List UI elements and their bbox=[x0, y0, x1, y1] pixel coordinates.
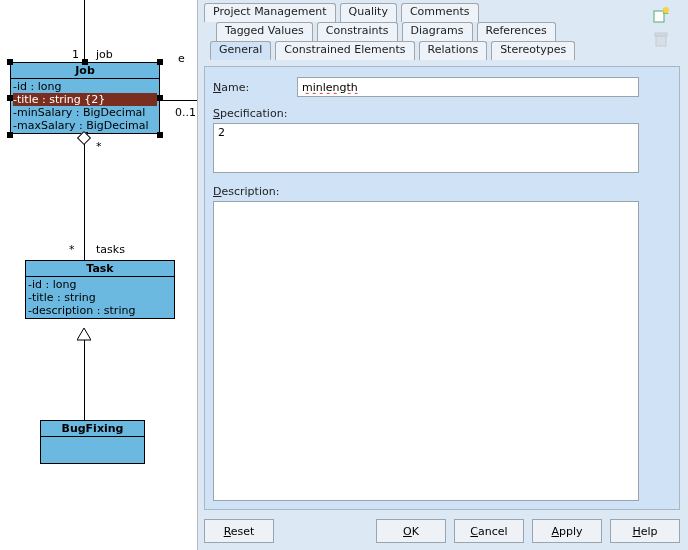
properties-panel: Project Management Quality Comments Tagg… bbox=[197, 0, 688, 550]
attr-row[interactable]: -maxSalary : BigDecimal bbox=[13, 119, 157, 132]
tab-references[interactable]: References bbox=[477, 22, 556, 41]
class-title: Job bbox=[11, 63, 159, 79]
edge-line bbox=[84, 0, 85, 60]
dialog-buttons: Reset OK Cancel Apply Help bbox=[204, 516, 680, 546]
ok-button[interactable]: OK bbox=[376, 519, 446, 543]
tab-relations[interactable]: Relations bbox=[419, 41, 488, 60]
svg-rect-1 bbox=[654, 11, 664, 22]
apply-button[interactable]: Apply bbox=[532, 519, 602, 543]
class-title: Task bbox=[26, 261, 174, 277]
tab-project-management[interactable]: Project Management bbox=[204, 3, 336, 22]
class-attrs: -id : long -title : string {2} -minSalar… bbox=[11, 79, 159, 133]
tab-constraints[interactable]: Constraints bbox=[317, 22, 398, 41]
specification-input[interactable] bbox=[213, 123, 639, 173]
role-label: job bbox=[96, 48, 113, 61]
svg-rect-4 bbox=[656, 36, 666, 46]
panel-side-icons bbox=[652, 6, 684, 54]
multiplicity-label: 0..1 bbox=[175, 106, 196, 119]
class-attrs: -id : long -title : string -description … bbox=[26, 277, 174, 318]
attr-row[interactable]: -id : long bbox=[28, 278, 172, 291]
generalization-arrow-icon bbox=[77, 328, 91, 342]
svg-point-3 bbox=[663, 7, 669, 13]
name-label: Name: bbox=[213, 81, 249, 94]
class-task[interactable]: Task -id : long -title : string -descrip… bbox=[25, 260, 175, 319]
cancel-button[interactable]: Cancel bbox=[454, 519, 524, 543]
new-icon[interactable] bbox=[652, 6, 670, 24]
tab-constrained-elements[interactable]: Constrained Elements bbox=[275, 41, 414, 60]
attr-row[interactable]: -minSalary : BigDecimal bbox=[13, 106, 157, 119]
svg-marker-0 bbox=[77, 328, 91, 340]
description-input[interactable] bbox=[213, 201, 639, 501]
class-bugfixing[interactable]: BugFixing bbox=[40, 420, 145, 464]
attr-row[interactable]: -id : long bbox=[13, 80, 157, 93]
multiplicity-label: * bbox=[96, 140, 102, 153]
tab-stereotypes[interactable]: Stereotypes bbox=[491, 41, 575, 60]
tab-comments[interactable]: Comments bbox=[401, 3, 479, 22]
svg-rect-5 bbox=[655, 33, 667, 36]
tab-diagrams[interactable]: Diagrams bbox=[402, 22, 473, 41]
tab-tagged-values[interactable]: Tagged Values bbox=[216, 22, 313, 41]
multiplicity-label: * bbox=[69, 243, 75, 256]
class-job[interactable]: Job -id : long -title : string {2} -minS… bbox=[10, 62, 160, 134]
tab-quality[interactable]: Quality bbox=[340, 3, 397, 22]
attr-row[interactable]: -description : string bbox=[28, 304, 172, 317]
truncated-label: e bbox=[178, 52, 185, 65]
class-title: BugFixing bbox=[41, 421, 144, 437]
class-attrs-empty bbox=[41, 437, 144, 461]
description-label: Description: bbox=[213, 185, 279, 198]
reset-button[interactable]: Reset bbox=[204, 519, 274, 543]
edge-line bbox=[84, 340, 85, 420]
tabs: Project Management Quality Comments Tagg… bbox=[204, 3, 644, 60]
delete-icon bbox=[652, 30, 670, 48]
tab-content: Name: Specification: Description: bbox=[204, 66, 680, 510]
attr-row-selected[interactable]: -title : string {2} bbox=[13, 93, 157, 106]
multiplicity-label: 1 bbox=[72, 48, 79, 61]
specification-label: Specification: bbox=[213, 107, 287, 120]
name-input[interactable] bbox=[297, 77, 639, 97]
edge-line bbox=[160, 100, 200, 101]
edge-line bbox=[84, 144, 85, 260]
attr-row[interactable]: -title : string bbox=[28, 291, 172, 304]
help-button[interactable]: Help bbox=[610, 519, 680, 543]
tab-general[interactable]: General bbox=[210, 41, 271, 60]
role-label: tasks bbox=[96, 243, 125, 256]
uml-diagram[interactable]: 1 job 0..1 job e Job -id : long -title :… bbox=[0, 0, 200, 550]
